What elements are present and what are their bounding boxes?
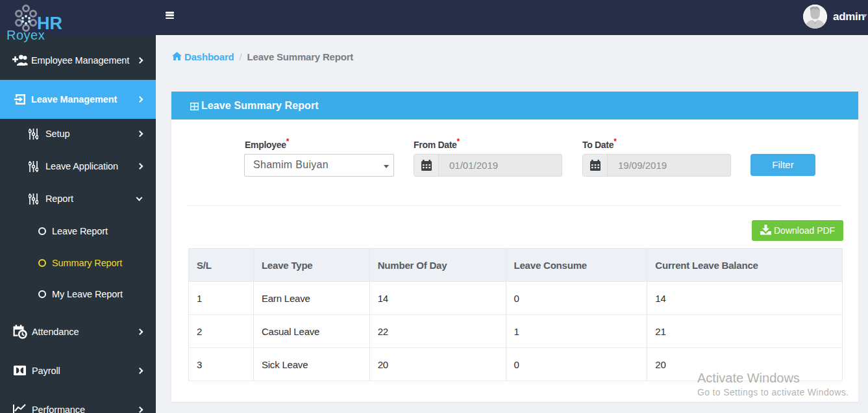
svg-text:Royex: Royex (6, 28, 45, 42)
